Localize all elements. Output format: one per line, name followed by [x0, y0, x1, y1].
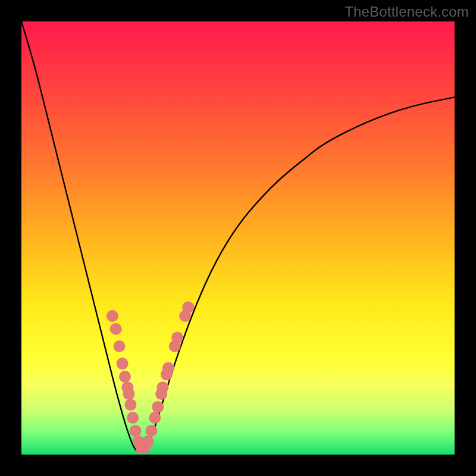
highlight-dot [124, 399, 136, 411]
highlight-dot [107, 310, 118, 322]
highlight-dot [123, 388, 135, 400]
highlight-dot [156, 381, 168, 393]
highlight-dot [142, 436, 154, 447]
highlight-dot [110, 323, 122, 335]
highlight-dots-group [107, 301, 194, 454]
curve-svg [21, 21, 455, 455]
highlight-dot [171, 331, 183, 343]
highlight-dot [182, 301, 194, 313]
highlight-dot [129, 425, 141, 437]
highlight-dot [149, 412, 161, 424]
highlight-dot [119, 371, 131, 383]
highlight-dot [162, 362, 174, 374]
highlight-dot [117, 358, 129, 369]
bottleneck-curve [21, 21, 455, 452]
highlight-dot [145, 425, 157, 437]
highlight-dot [127, 412, 139, 424]
highlight-dot [114, 340, 126, 352]
chart-frame: TheBottleneck.com [0, 0, 476, 476]
plot-area [21, 21, 455, 455]
watermark-text: TheBottleneck.com [345, 4, 469, 20]
highlight-dot [152, 401, 164, 413]
